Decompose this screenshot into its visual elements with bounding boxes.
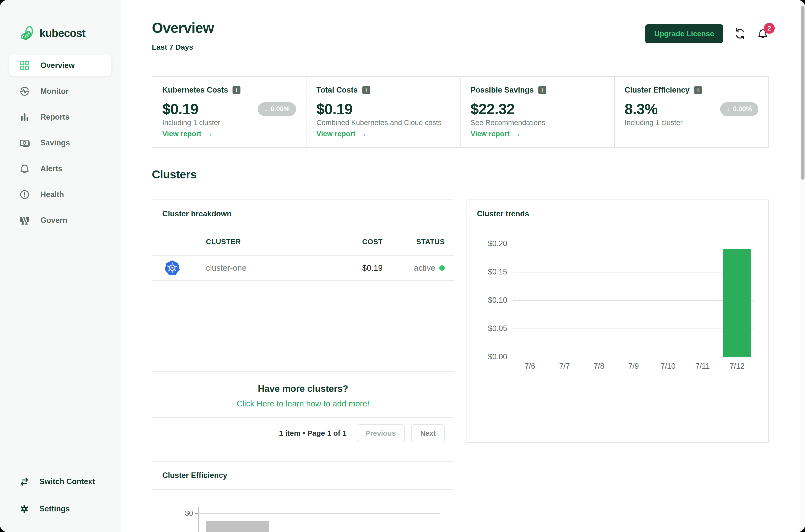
x-tick: 7/12	[720, 362, 754, 371]
sidebar-item-health[interactable]: Health	[9, 184, 111, 205]
view-report-link[interactable]: View report →	[471, 130, 604, 138]
y-tick: $0	[185, 509, 193, 517]
view-report-link[interactable]: View report →	[162, 130, 296, 138]
stat-card-possible-savings: Possible Savings i $22.32 See Recommenda…	[461, 77, 615, 147]
table-row-cluster-one[interactable]: cluster-one $0.19 active	[152, 255, 454, 281]
sidebar-item-savings[interactable]: Savings	[9, 133, 111, 153]
more-clusters-title: Have more clusters?	[152, 384, 454, 394]
table-footer: 1 item • Page 1 of 1 Previous Next	[152, 418, 454, 449]
notifications-button[interactable]: 2	[757, 28, 769, 40]
cluster-efficiency-chart: $0 $0	[152, 502, 440, 532]
grid-icon	[19, 60, 30, 71]
info-icon[interactable]: i	[362, 86, 370, 94]
cluster-breakdown-panel: Cluster breakdown CLUSTER COST STATUS	[152, 200, 454, 449]
cluster-efficiency-title: Cluster Efficiency	[152, 461, 454, 490]
kubecost-logo: kubecost	[9, 25, 111, 41]
pagination-text: 1 item • Page 1 of 1	[279, 429, 346, 437]
stat-value: $0.19	[317, 100, 352, 118]
sidebar-item-reports[interactable]: Reports	[9, 107, 111, 127]
stat-description: See Recommendations	[471, 119, 604, 127]
column-header-cost[interactable]: COST	[328, 238, 383, 246]
active-status-dot	[439, 265, 445, 271]
trend-pill: ↓ 0.00%	[258, 102, 296, 116]
previous-page-button[interactable]: Previous	[357, 424, 405, 442]
cluster-trends-panel: Cluster trends $0.20 $0.15 $0.10 $0.05 $…	[466, 200, 769, 443]
info-icon[interactable]: i	[232, 86, 241, 94]
switch-context-label: Switch Context	[39, 477, 95, 486]
view-report-link[interactable]: View report →	[317, 130, 450, 138]
gear-icon	[19, 504, 30, 514]
sidebar-item-label: Govern	[40, 216, 68, 225]
sidebar-item-alerts[interactable]: Alerts	[9, 158, 111, 179]
right-arrow-icon: →	[513, 130, 521, 138]
bar-chart-icon	[19, 112, 30, 122]
cluster-efficiency-panel: Cluster Efficiency $0 $0	[152, 461, 454, 532]
sidebar-item-govern[interactable]: Govern	[9, 210, 111, 230]
app-window: kubecost Overview Monitor	[0, 0, 805, 532]
add-clusters-link[interactable]: Click Here to learn how to add more!	[236, 399, 369, 408]
info-icon[interactable]: i	[538, 86, 546, 94]
table-header-row: CLUSTER COST STATUS	[152, 228, 454, 255]
swap-arrows-icon	[19, 476, 30, 487]
y-tick: $0.15	[488, 267, 507, 277]
column-header-status[interactable]: STATUS	[383, 238, 445, 246]
settings-label: Settings	[39, 505, 70, 513]
right-arrow-icon: →	[205, 130, 212, 138]
next-page-button[interactable]: Next	[411, 424, 445, 442]
plot-area	[513, 244, 754, 357]
cluster-trends-chart: $0.20 $0.15 $0.10 $0.05 $0.00	[467, 228, 768, 442]
info-icon[interactable]: i	[694, 86, 702, 94]
y-tick: $0.05	[488, 324, 507, 333]
logo-text: kubecost	[39, 27, 85, 39]
upgrade-license-button[interactable]: Upgrade License	[645, 24, 723, 43]
x-tick: 7/8	[582, 362, 616, 371]
barrier-icon	[19, 215, 30, 226]
monitor-pulse-icon	[19, 86, 30, 97]
cluster-cost: $0.19	[328, 263, 383, 273]
clusters-heading: Clusters	[152, 168, 769, 181]
sidebar-item-monitor[interactable]: Monitor	[9, 81, 111, 101]
main-content: Overview Last 7 Days Upgrade License	[121, 0, 805, 532]
stat-description: Including 1 cluster	[625, 119, 758, 127]
efficiency-bar	[206, 521, 269, 532]
refresh-button[interactable]	[734, 28, 746, 40]
stat-description: Including 1 cluster	[162, 119, 296, 127]
stat-value: 8.3%	[625, 100, 657, 118]
trend-pill: ↓ 0.00%	[720, 102, 758, 116]
y-tick: $0.10	[488, 296, 507, 305]
sidebar-item-label: Reports	[40, 113, 70, 121]
x-tick: 7/9	[616, 362, 651, 371]
y-tick: $0.20	[488, 239, 507, 248]
down-arrow-icon: ↓	[264, 105, 268, 113]
y-tick: $0.00	[488, 353, 507, 361]
sidebar-footer: Switch Context	[9, 476, 111, 514]
y-axis-labels: $0.20 $0.15 $0.10 $0.05 $0.00	[467, 244, 513, 357]
stat-card-kubernetes-costs: Kubernetes Costs i $0.19 ↓ 0.00% Includi…	[152, 77, 306, 147]
kubernetes-icon	[164, 260, 180, 276]
more-clusters-block: Have more clusters? Click Here to learn …	[152, 372, 454, 418]
y-axis-line	[198, 507, 198, 532]
x-axis-labels: 7/6 7/7 7/8 7/9 7/10 7/11 7/12	[513, 362, 754, 371]
scrollbar-track[interactable]	[800, 0, 805, 532]
stat-title: Total Costs	[317, 86, 358, 95]
sidebar-item-label: Monitor	[40, 87, 69, 96]
trend-bar	[723, 249, 751, 357]
stat-title: Possible Savings	[471, 86, 534, 95]
alert-circle-icon	[19, 189, 30, 200]
scrollbar-thumb[interactable]	[801, 6, 805, 179]
stat-title: Kubernetes Costs	[162, 86, 228, 95]
page-title: Overview	[152, 19, 214, 36]
sidebar-nav: Overview Monitor Reports	[9, 55, 111, 236]
bell-icon	[19, 163, 30, 174]
switch-context-button[interactable]: Switch Context	[19, 476, 111, 487]
main-header: Overview Last 7 Days Upgrade License	[152, 19, 769, 51]
stat-card-total-costs: Total Costs i $0.19 Combined Kubernetes …	[306, 77, 461, 147]
stat-card-cluster-efficiency: Cluster Efficiency i 8.3% ↓ 0.00% Includ…	[615, 77, 768, 147]
sidebar-item-overview[interactable]: Overview	[9, 55, 111, 76]
sidebar-item-label: Health	[40, 190, 64, 199]
x-tick: 7/10	[651, 362, 685, 371]
settings-button[interactable]: Settings	[19, 504, 111, 514]
stat-value: $22.32	[471, 100, 515, 118]
stat-cards-row: Kubernetes Costs i $0.19 ↓ 0.00% Includi…	[152, 76, 769, 148]
column-header-cluster[interactable]: CLUSTER	[206, 238, 328, 246]
